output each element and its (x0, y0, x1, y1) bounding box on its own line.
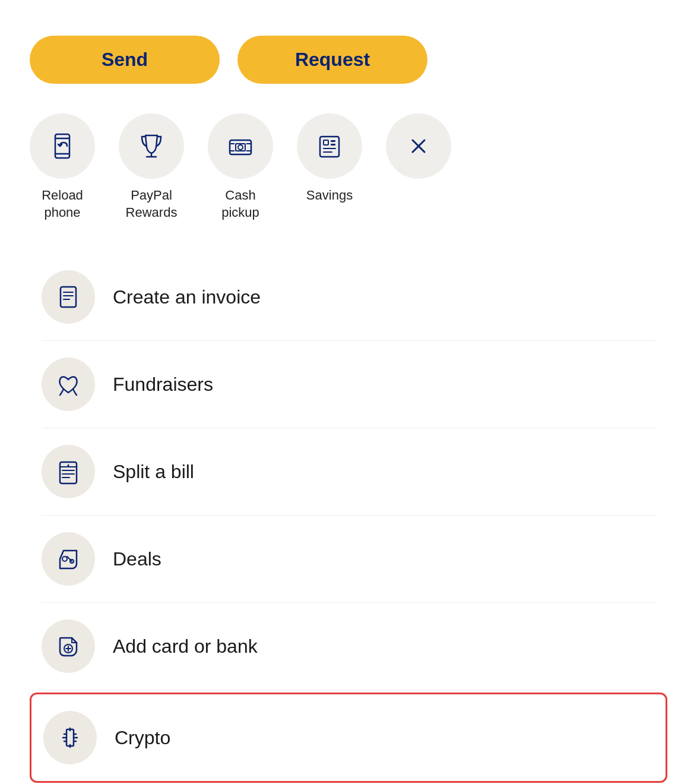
svg-rect-5 (230, 140, 251, 154)
invoice-circle (42, 270, 95, 324)
deals-circle (42, 532, 95, 586)
menu-list: Create an invoice Fundraisers Split (30, 254, 667, 784)
quick-action-paypal-rewards[interactable]: PayPalRewards (119, 113, 184, 221)
menu-item-deals[interactable]: Deals (30, 516, 667, 602)
fundraisers-icon (55, 371, 81, 397)
close-icon (403, 131, 434, 162)
menu-item-add-card-bank[interactable]: Add card or bank (30, 603, 667, 690)
svg-rect-13 (324, 140, 328, 145)
savings-icon (314, 131, 345, 162)
send-button[interactable]: Send (30, 36, 220, 84)
quick-action-cash-pickup[interactable]: Cashpickup (208, 113, 273, 221)
reload-phone-label: Reloadphone (42, 187, 83, 221)
split-bill-circle (42, 445, 95, 498)
svg-rect-36 (66, 729, 74, 746)
svg-point-30 (62, 557, 67, 561)
svg-point-7 (238, 145, 243, 150)
menu-item-crypto[interactable]: Crypto (30, 693, 667, 783)
fundraisers-circle (42, 358, 95, 411)
menu-item-split-bill[interactable]: Split a bill (30, 428, 667, 515)
svg-rect-12 (320, 137, 339, 157)
cash-pickup-circle (208, 113, 273, 179)
divider-5 (42, 690, 655, 690)
menu-item-fundraisers[interactable]: Fundraisers (30, 341, 667, 428)
deals-label: Deals (113, 548, 161, 570)
top-buttons-row: Send Request (30, 36, 667, 84)
svg-rect-15 (331, 144, 335, 146)
savings-circle (297, 113, 362, 179)
reload-phone-icon (47, 131, 78, 162)
add-card-circle (42, 619, 95, 673)
close-circle (386, 113, 451, 179)
svg-rect-14 (331, 140, 335, 142)
create-invoice-label: Create an invoice (113, 286, 261, 308)
paypal-rewards-circle (119, 113, 184, 179)
cash-pickup-icon (225, 131, 256, 162)
add-card-icon (55, 633, 81, 659)
quick-action-reload-phone[interactable]: Reloadphone (30, 113, 95, 221)
savings-label: Savings (306, 187, 353, 204)
invoice-icon (55, 284, 81, 310)
crypto-label: Crypto (115, 727, 170, 749)
quick-action-close[interactable] (386, 113, 451, 187)
request-button[interactable]: Request (237, 36, 427, 84)
split-bill-icon (55, 459, 81, 485)
quick-action-savings[interactable]: Savings (297, 113, 362, 204)
trophy-icon (136, 131, 167, 162)
menu-item-create-invoice[interactable]: Create an invoice (30, 254, 667, 340)
cash-pickup-label: Cashpickup (221, 187, 259, 221)
crypto-icon (57, 725, 83, 751)
reload-phone-circle (30, 113, 95, 179)
quick-actions-row: Reloadphone PayPalRewards (30, 113, 667, 221)
crypto-circle (43, 711, 97, 764)
paypal-rewards-label: PayPalRewards (126, 187, 178, 221)
add-card-bank-label: Add card or bank (113, 636, 258, 657)
svg-rect-20 (61, 287, 76, 307)
deals-icon (55, 546, 81, 572)
svg-line-31 (67, 557, 72, 561)
split-bill-label: Split a bill (113, 461, 194, 483)
fundraisers-label: Fundraisers (113, 374, 213, 396)
